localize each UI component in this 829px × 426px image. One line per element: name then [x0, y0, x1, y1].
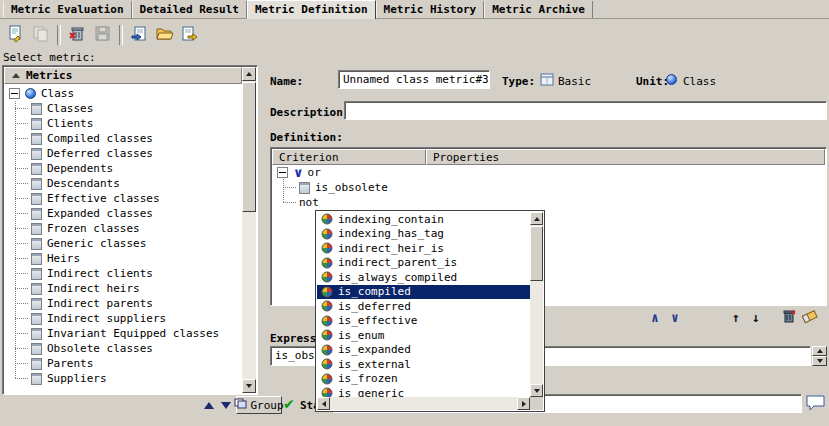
dropdown-item-label: is_enum [338, 329, 384, 342]
definition-label: Definition: [270, 131, 343, 144]
delete-metric-button[interactable] [65, 22, 90, 47]
scroll-left-button[interactable] [317, 397, 330, 410]
tree-item[interactable]: Descendants [4, 176, 242, 191]
scroll-up-icon [534, 217, 540, 221]
tree-branch-line [15, 288, 28, 289]
tree-item[interactable]: Indirect clients [4, 266, 242, 281]
expression-scrollbar[interactable] [812, 346, 827, 366]
properties-column-header[interactable]: Properties [426, 149, 825, 165]
import-metrics-button[interactable] [127, 22, 152, 47]
criterion-row-is-obsolete[interactable]: is_obsolete [272, 180, 825, 195]
scroll-down-button[interactable] [812, 356, 827, 366]
metrics-column-header[interactable]: Metrics [4, 67, 242, 84]
tree-item[interactable]: Expanded classes [4, 206, 242, 221]
tree-item-label: Expanded classes [47, 207, 153, 220]
scroll-down-button[interactable] [242, 379, 256, 393]
open-metric-file-button[interactable] [152, 22, 177, 47]
scroll-up-icon [817, 349, 823, 353]
scroll-right-button[interactable] [517, 397, 530, 410]
save-metric-button[interactable] [90, 22, 115, 47]
dropdown-item[interactable]: is_always_compiled [317, 270, 530, 285]
tree-item[interactable]: Deferred classes [4, 146, 242, 161]
basic-metric-type-icon [540, 73, 554, 89]
dropdown-item[interactable]: is_generic [317, 386, 530, 397]
metric-icon [31, 268, 42, 280]
tree-item-label: Heirs [47, 252, 80, 265]
tree-item[interactable]: Indirect parents [4, 296, 242, 311]
status-message-button[interactable] [804, 394, 827, 414]
tree-item[interactable]: Indirect heirs [4, 281, 242, 296]
dropdown-item[interactable]: indirect_parent_is [317, 256, 530, 271]
tree-item[interactable]: Compiled classes [4, 131, 242, 146]
dropdown-item[interactable]: is_compiled [317, 285, 530, 300]
move-criterion-down-button[interactable] [747, 309, 765, 326]
dropdown-item[interactable]: indirect_heir_is [317, 241, 530, 256]
tree-item-label: Descendants [47, 177, 120, 190]
tree-branch-line [15, 168, 28, 169]
collapse-icon[interactable] [277, 167, 288, 178]
tab[interactable]: Metric History [376, 1, 485, 18]
tree-item-label: Generic classes [47, 237, 146, 250]
name-input[interactable]: Unnamed class metric#3 [338, 70, 490, 89]
tree-item[interactable]: Suppliers [4, 371, 242, 386]
tree-item[interactable]: Dependents [4, 161, 242, 176]
tab[interactable]: Detailed Result [132, 1, 247, 18]
scrollbar-thumb[interactable] [242, 82, 256, 212]
scroll-up-button[interactable] [530, 212, 543, 225]
dropdown-item[interactable]: is_expanded [317, 343, 530, 358]
tree-item[interactable]: Indirect suppliers [4, 311, 242, 326]
tree-item[interactable]: Parents [4, 356, 242, 371]
dropdown-item[interactable]: is_frozen [317, 372, 530, 387]
clear-criterion-button[interactable] [800, 309, 820, 326]
criterion-icon [321, 286, 333, 298]
tree-item[interactable]: Invariant Equipped classes [4, 326, 242, 341]
new-metric-button[interactable] [3, 22, 28, 47]
tree-branch-line [15, 228, 28, 229]
dropdown-vertical-scrollbar[interactable] [530, 212, 543, 397]
tree-item[interactable]: Clients [4, 116, 242, 131]
criterion-column-header[interactable]: Criterion [272, 149, 426, 165]
tree-item[interactable]: Generic classes [4, 236, 242, 251]
move-metric-down-button[interactable] [218, 398, 233, 413]
scroll-down-button[interactable] [530, 384, 543, 397]
dropdown-item-label: indirect_heir_is [338, 242, 444, 255]
tree-item-label: Dependents [47, 162, 113, 175]
remove-criterion-button[interactable] [779, 309, 797, 326]
dropdown-item[interactable]: indexing_contain [317, 212, 530, 227]
metrics-header-label: Metrics [26, 69, 72, 82]
tree-item[interactable]: Frozen classes [4, 221, 242, 236]
dropdown-horizontal-scrollbar[interactable] [317, 397, 530, 410]
group-button[interactable]: Group [236, 396, 282, 414]
or-criterion-button[interactable] [666, 309, 684, 326]
tree-item[interactable]: Heirs [4, 251, 242, 266]
tree-root-class[interactable]: Class [4, 86, 242, 101]
tab[interactable]: Metric Archive [484, 1, 593, 18]
and-criterion-button[interactable] [646, 309, 664, 326]
scroll-up-button[interactable] [812, 346, 827, 356]
tree-item[interactable]: Classes [4, 101, 242, 116]
dropdown-item[interactable]: is_deferred [317, 299, 530, 314]
dropdown-item[interactable]: is_enum [317, 328, 530, 343]
collapse-icon[interactable] [9, 88, 20, 99]
move-metric-up-button[interactable] [201, 398, 216, 413]
group-button-label: Group [250, 399, 283, 412]
scrollbar-thumb[interactable] [530, 226, 543, 281]
export-metrics-button[interactable] [177, 22, 202, 47]
scroll-up-button[interactable] [242, 67, 256, 81]
tree-vertical-scrollbar[interactable] [242, 67, 256, 393]
tree-branch-line [15, 363, 28, 364]
arrow-up-icon [732, 310, 740, 325]
duplicate-metric-button[interactable] [28, 22, 53, 47]
criterion-row-not[interactable]: not [272, 195, 825, 210]
sort-ascending-icon [12, 73, 20, 78]
tab[interactable]: Metric Definition [247, 0, 376, 19]
dropdown-item[interactable]: is_external [317, 357, 530, 372]
description-input[interactable] [344, 101, 827, 120]
dropdown-item[interactable]: indexing_has_tag [317, 227, 530, 242]
tree-item[interactable]: Obsolete classes [4, 341, 242, 356]
move-criterion-up-button[interactable] [727, 309, 745, 326]
tree-item[interactable]: Effective classes [4, 191, 242, 206]
criterion-row-or[interactable]: or [272, 165, 825, 180]
tab[interactable]: Metric Evaluation [3, 1, 132, 18]
dropdown-item[interactable]: is_effective [317, 314, 530, 329]
